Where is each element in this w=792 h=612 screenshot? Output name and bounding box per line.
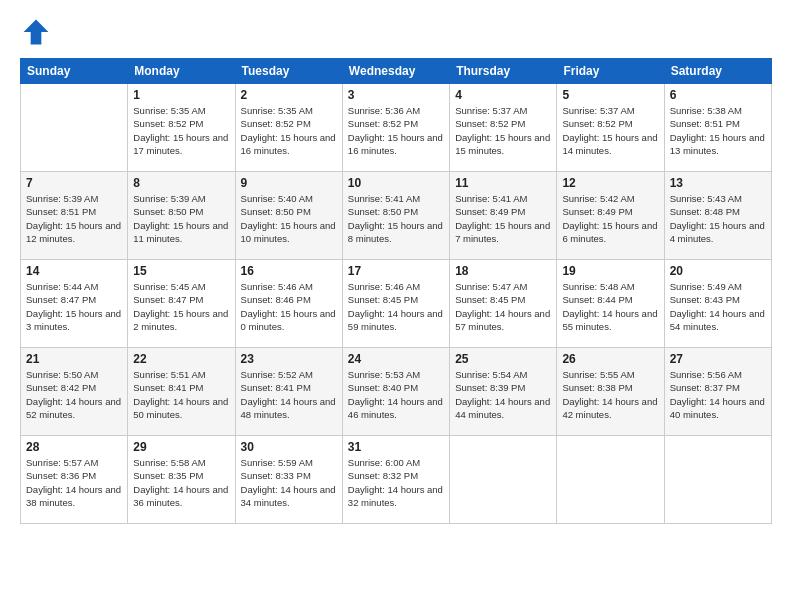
sunset-text: Sunset: 8:45 PM <box>455 293 551 306</box>
daylight-line1: Daylight: 15 hours and <box>670 131 766 144</box>
sunrise-text: Sunrise: 5:47 AM <box>455 280 551 293</box>
day-info: Sunrise: 5:38 AMSunset: 8:51 PMDaylight:… <box>670 104 766 157</box>
day-number: 2 <box>241 88 337 102</box>
daylight-line1: Daylight: 15 hours and <box>241 131 337 144</box>
sunset-text: Sunset: 8:40 PM <box>348 381 444 394</box>
sunset-text: Sunset: 8:44 PM <box>562 293 658 306</box>
day-info: Sunrise: 5:35 AMSunset: 8:52 PMDaylight:… <box>133 104 229 157</box>
day-info: Sunrise: 5:45 AMSunset: 8:47 PMDaylight:… <box>133 280 229 333</box>
calendar-cell: 18Sunrise: 5:47 AMSunset: 8:45 PMDayligh… <box>450 260 557 348</box>
day-number: 23 <box>241 352 337 366</box>
daylight-line1: Daylight: 14 hours and <box>348 307 444 320</box>
daylight-line1: Daylight: 15 hours and <box>241 307 337 320</box>
daylight-line1: Daylight: 15 hours and <box>133 307 229 320</box>
calendar-cell <box>21 84 128 172</box>
sunrise-text: Sunrise: 5:55 AM <box>562 368 658 381</box>
day-info: Sunrise: 5:39 AMSunset: 8:51 PMDaylight:… <box>26 192 122 245</box>
sunrise-text: Sunrise: 5:49 AM <box>670 280 766 293</box>
day-info: Sunrise: 5:42 AMSunset: 8:49 PMDaylight:… <box>562 192 658 245</box>
day-info: Sunrise: 6:00 AMSunset: 8:32 PMDaylight:… <box>348 456 444 509</box>
daylight-line2: 11 minutes. <box>133 232 229 245</box>
calendar-cell: 16Sunrise: 5:46 AMSunset: 8:46 PMDayligh… <box>235 260 342 348</box>
calendar-cell: 25Sunrise: 5:54 AMSunset: 8:39 PMDayligh… <box>450 348 557 436</box>
calendar-cell: 11Sunrise: 5:41 AMSunset: 8:49 PMDayligh… <box>450 172 557 260</box>
daylight-line1: Daylight: 14 hours and <box>670 307 766 320</box>
daylight-line1: Daylight: 15 hours and <box>26 219 122 232</box>
daylight-line2: 36 minutes. <box>133 496 229 509</box>
daylight-line1: Daylight: 14 hours and <box>455 395 551 408</box>
daylight-line1: Daylight: 14 hours and <box>348 395 444 408</box>
calendar-cell: 12Sunrise: 5:42 AMSunset: 8:49 PMDayligh… <box>557 172 664 260</box>
day-number: 18 <box>455 264 551 278</box>
daylight-line1: Daylight: 14 hours and <box>241 395 337 408</box>
day-info: Sunrise: 5:35 AMSunset: 8:52 PMDaylight:… <box>241 104 337 157</box>
sunrise-text: Sunrise: 5:37 AM <box>562 104 658 117</box>
daylight-line2: 54 minutes. <box>670 320 766 333</box>
calendar-cell: 27Sunrise: 5:56 AMSunset: 8:37 PMDayligh… <box>664 348 771 436</box>
sunrise-text: Sunrise: 5:46 AM <box>241 280 337 293</box>
page: SundayMondayTuesdayWednesdayThursdayFrid… <box>0 0 792 612</box>
day-number: 8 <box>133 176 229 190</box>
sunset-text: Sunset: 8:41 PM <box>133 381 229 394</box>
sunrise-text: Sunrise: 5:35 AM <box>133 104 229 117</box>
sunset-text: Sunset: 8:52 PM <box>241 117 337 130</box>
sunrise-text: Sunrise: 5:54 AM <box>455 368 551 381</box>
calendar-week-2: 7Sunrise: 5:39 AMSunset: 8:51 PMDaylight… <box>21 172 772 260</box>
sunset-text: Sunset: 8:47 PM <box>133 293 229 306</box>
sunset-text: Sunset: 8:46 PM <box>241 293 337 306</box>
daylight-line2: 6 minutes. <box>562 232 658 245</box>
sunset-text: Sunset: 8:37 PM <box>670 381 766 394</box>
daylight-line1: Daylight: 14 hours and <box>133 483 229 496</box>
daylight-line2: 52 minutes. <box>26 408 122 421</box>
daylight-line1: Daylight: 14 hours and <box>241 483 337 496</box>
day-number: 14 <box>26 264 122 278</box>
daylight-line1: Daylight: 14 hours and <box>26 483 122 496</box>
day-info: Sunrise: 5:51 AMSunset: 8:41 PMDaylight:… <box>133 368 229 421</box>
calendar-cell: 6Sunrise: 5:38 AMSunset: 8:51 PMDaylight… <box>664 84 771 172</box>
day-number: 25 <box>455 352 551 366</box>
day-number: 11 <box>455 176 551 190</box>
daylight-line2: 2 minutes. <box>133 320 229 333</box>
daylight-line1: Daylight: 15 hours and <box>670 219 766 232</box>
sunset-text: Sunset: 8:38 PM <box>562 381 658 394</box>
weekday-tuesday: Tuesday <box>235 59 342 84</box>
daylight-line2: 16 minutes. <box>348 144 444 157</box>
calendar-cell: 24Sunrise: 5:53 AMSunset: 8:40 PMDayligh… <box>342 348 449 436</box>
sunrise-text: Sunrise: 5:57 AM <box>26 456 122 469</box>
day-info: Sunrise: 5:44 AMSunset: 8:47 PMDaylight:… <box>26 280 122 333</box>
sunrise-text: Sunrise: 5:40 AM <box>241 192 337 205</box>
sunset-text: Sunset: 8:42 PM <box>26 381 122 394</box>
sunset-text: Sunset: 8:33 PM <box>241 469 337 482</box>
day-info: Sunrise: 5:58 AMSunset: 8:35 PMDaylight:… <box>133 456 229 509</box>
day-number: 21 <box>26 352 122 366</box>
day-number: 29 <box>133 440 229 454</box>
day-number: 7 <box>26 176 122 190</box>
calendar-week-4: 21Sunrise: 5:50 AMSunset: 8:42 PMDayligh… <box>21 348 772 436</box>
day-info: Sunrise: 5:50 AMSunset: 8:42 PMDaylight:… <box>26 368 122 421</box>
day-info: Sunrise: 5:48 AMSunset: 8:44 PMDaylight:… <box>562 280 658 333</box>
calendar-cell: 5Sunrise: 5:37 AMSunset: 8:52 PMDaylight… <box>557 84 664 172</box>
daylight-line2: 10 minutes. <box>241 232 337 245</box>
day-info: Sunrise: 5:47 AMSunset: 8:45 PMDaylight:… <box>455 280 551 333</box>
sunrise-text: Sunrise: 5:38 AM <box>670 104 766 117</box>
calendar-cell: 26Sunrise: 5:55 AMSunset: 8:38 PMDayligh… <box>557 348 664 436</box>
day-number: 31 <box>348 440 444 454</box>
day-info: Sunrise: 5:37 AMSunset: 8:52 PMDaylight:… <box>455 104 551 157</box>
sunset-text: Sunset: 8:52 PM <box>562 117 658 130</box>
calendar-cell: 14Sunrise: 5:44 AMSunset: 8:47 PMDayligh… <box>21 260 128 348</box>
daylight-line1: Daylight: 15 hours and <box>562 219 658 232</box>
daylight-line2: 40 minutes. <box>670 408 766 421</box>
day-number: 10 <box>348 176 444 190</box>
day-info: Sunrise: 5:41 AMSunset: 8:49 PMDaylight:… <box>455 192 551 245</box>
day-number: 12 <box>562 176 658 190</box>
daylight-line1: Daylight: 15 hours and <box>348 131 444 144</box>
calendar-cell: 19Sunrise: 5:48 AMSunset: 8:44 PMDayligh… <box>557 260 664 348</box>
calendar-table: SundayMondayTuesdayWednesdayThursdayFrid… <box>20 58 772 524</box>
sunrise-text: Sunrise: 5:36 AM <box>348 104 444 117</box>
calendar-cell: 8Sunrise: 5:39 AMSunset: 8:50 PMDaylight… <box>128 172 235 260</box>
day-info: Sunrise: 5:59 AMSunset: 8:33 PMDaylight:… <box>241 456 337 509</box>
daylight-line1: Daylight: 15 hours and <box>133 131 229 144</box>
day-number: 30 <box>241 440 337 454</box>
calendar-cell <box>557 436 664 524</box>
calendar-cell: 17Sunrise: 5:46 AMSunset: 8:45 PMDayligh… <box>342 260 449 348</box>
